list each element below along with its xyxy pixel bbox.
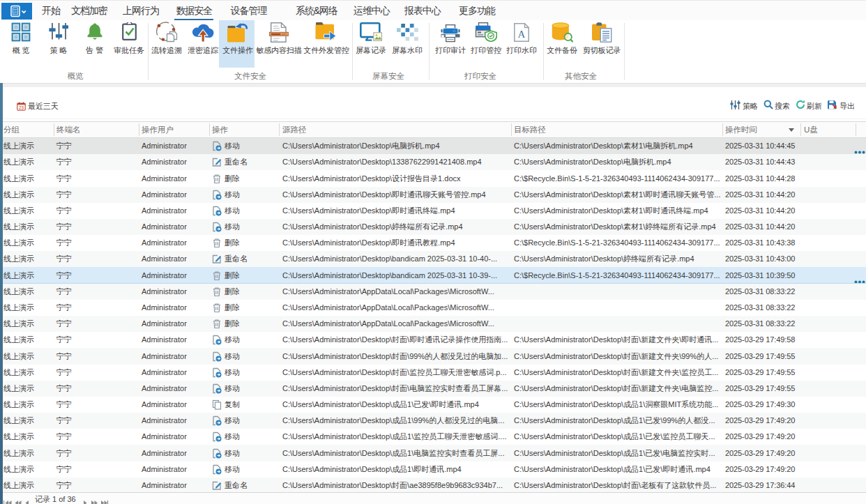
- svg-text:A: A: [518, 28, 526, 39]
- svg-text:23: 23: [19, 105, 24, 110]
